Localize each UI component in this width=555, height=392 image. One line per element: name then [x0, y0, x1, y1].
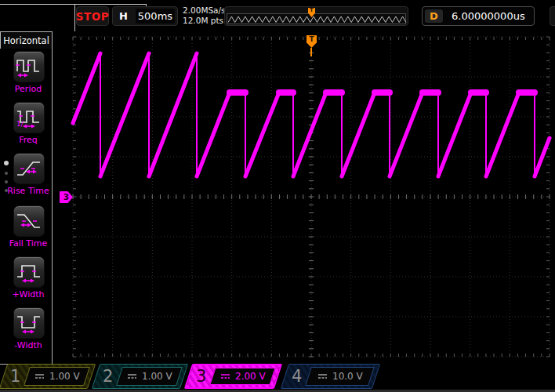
waveform-display: [0, 0, 555, 392]
channel3-scale-box: 2.00 V: [209, 368, 275, 385]
channel4-scale: 10.0 V: [332, 371, 363, 382]
trigger-pin-tail: [310, 48, 312, 56]
oscilloscope-screen: STOP H 500ms 2.00MSa/s 12.0M pts T D 6.0…: [0, 0, 555, 392]
dc-coupling-icon: [220, 373, 230, 379]
channel2-scale: 1.00 V: [142, 371, 172, 382]
channel1-scale-box: 1.00 V: [24, 367, 90, 386]
channel2-scale-box: 1.00 V: [116, 367, 183, 386]
channel1-scale: 1.00 V: [49, 371, 80, 382]
dc-coupling-icon: [127, 373, 137, 379]
dc-coupling-icon: [317, 373, 328, 379]
channel4-scale-box: 10.0 V: [305, 367, 375, 386]
channel3-marker-label: 3: [63, 192, 69, 201]
channel3-scale: 2.00 V: [235, 371, 266, 382]
dc-coupling-icon: [34, 373, 45, 379]
trigger-pin-label: T: [309, 35, 314, 43]
channel4-badge[interactable]: 4 10.0 V: [281, 364, 380, 389]
channel1-badge[interactable]: 1 1.00 V: [0, 364, 96, 389]
channel3-badge[interactable]: 3 2.00 V: [184, 364, 282, 389]
channel2-badge[interactable]: 2 1.00 V: [92, 364, 188, 389]
